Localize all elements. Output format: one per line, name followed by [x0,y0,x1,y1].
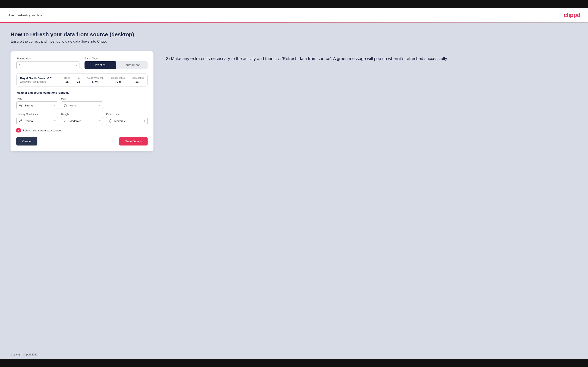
course-rating-value: 72.5 [111,80,125,83]
conditions-section-label: Weather and course conditions (optional) [16,91,147,94]
holes-stat: Holes 18 [64,77,70,83]
green-speed-value: Moderate [114,119,142,123]
cancel-button[interactable]: Cancel [16,137,37,145]
header: How to refresh your data clippd [0,8,588,22]
par-label: Par [77,77,80,79]
starting-hole-wrapper[interactable]: 1 10 [16,61,79,69]
course-name-block: Royal North Devon GC, Westward Ho!, Engl… [20,77,64,83]
slope-rating-label: Slope rating [132,77,144,79]
page-subheading: Ensure the correct and most up to date d… [10,40,578,44]
rain-label: Rain [61,97,103,100]
holes-label: Holes [64,77,70,79]
rain-group: Rain [61,97,103,109]
starting-hole-game-type-row: Starting Hole 1 10 Game Type Practice To… [16,57,147,69]
course-info-row: Royal North Devon GC, Westward Ho!, Engl… [16,74,147,86]
rough-value: Moderate [69,119,97,123]
footer: Copyright Clippd 2022 [0,350,588,359]
wind-label: Wind [16,97,58,100]
wind-chevron: ▾ [54,104,55,107]
course-stats: Holes 18 Par 72 Yards/White (M)) 6,744 C… [64,77,144,83]
wind-icon [19,103,23,108]
rain-chevron: ▾ [99,104,101,107]
course-name: Royal North Devon GC, [20,77,64,80]
refresh-checkbox[interactable] [16,128,21,133]
fairway-select[interactable]: Normal ▾ [16,117,58,125]
wind-group: Wind Strong ▾ [16,97,58,109]
starting-hole-group: Starting Hole 1 10 [16,57,79,69]
yards-value: 6,744 [87,80,104,83]
green-speed-group: Green Speed Moderate ▾ [106,113,147,125]
course-rating-label: Course rating [111,77,125,79]
starting-hole-select[interactable]: 1 10 [16,61,79,69]
wind-select[interactable]: Strong ▾ [16,101,58,109]
green-speed-chevron: ▾ [144,119,145,122]
rain-value: None [69,104,97,107]
wind-rain-row: Wind Strong ▾ Rain [16,97,147,109]
svg-point-9 [19,120,22,122]
fairway-label: Fairway Conditions [16,113,58,116]
bottom-bar [0,359,588,367]
logo: clippd [564,12,580,18]
content-row: Starting Hole 1 10 Game Type Practice To… [10,51,578,151]
instruction-text: 3) Make any extra edits necessary to the… [166,55,578,62]
svg-line-3 [64,104,65,104]
rough-chevron: ▾ [99,119,101,122]
refresh-checkbox-label: Refresh shots from data source [23,129,61,132]
course-rating-stat: Course rating 72.5 [111,77,125,83]
green-speed-label: Green Speed [106,113,147,116]
fairway-group: Fairway Conditions Normal ▾ [16,113,58,125]
buttons-row: Cancel Save Details [16,137,147,145]
rough-label: Rough [61,113,103,116]
green-speed-select[interactable]: Moderate ▾ [106,117,147,125]
rain-icon [63,103,68,108]
game-type-group: Game Type Practice Tournament [85,57,147,69]
green-speed-icon [108,119,113,123]
course-location: Westward Ho!, England [20,80,64,83]
wind-value: Strong [25,104,52,107]
top-bar [0,0,588,8]
fairway-icon [19,119,23,123]
yards-stat: Yards/White (M)) 6,744 [87,77,104,83]
holes-value: 18 [64,80,70,83]
par-value: 72 [77,80,80,83]
refresh-checkbox-row: Refresh shots from data source [16,128,147,133]
page-heading: How to refresh your data from source (de… [10,31,578,38]
svg-point-0 [65,105,67,106]
rough-group: Rough Moderate ▾ [61,113,103,125]
game-type-toggle: Practice Tournament [85,61,147,69]
footer-copyright: Copyright Clippd 2022 [10,353,38,356]
game-type-label: Game Type [85,57,147,60]
fairway-rough-green-row: Fairway Conditions Normal ▾ [16,113,147,125]
par-stat: Par 72 [77,77,80,83]
fairway-value: Normal [25,119,52,123]
header-title: How to refresh your data [8,13,42,17]
tournament-button[interactable]: Tournament [116,61,147,69]
starting-hole-label: Starting Hole [16,57,79,60]
fairway-chevron: ▾ [54,119,55,122]
empty-group [106,97,147,109]
slope-rating-value: 134 [132,80,144,83]
svg-line-8 [67,104,67,104]
form-card: Starting Hole 1 10 Game Type Practice To… [10,51,154,151]
slope-rating-stat: Slope rating 134 [132,77,144,83]
yards-label: Yards/White (M)) [87,77,104,79]
rough-icon [63,119,68,123]
practice-button[interactable]: Practice [85,61,116,69]
instruction-block: 3) Make any extra edits necessary to the… [166,51,578,62]
main-content: How to refresh your data from source (de… [0,23,588,350]
rain-select[interactable]: None ▾ [61,101,103,109]
rough-select[interactable]: Moderate ▾ [61,117,103,125]
save-button[interactable]: Save Details [119,137,147,145]
